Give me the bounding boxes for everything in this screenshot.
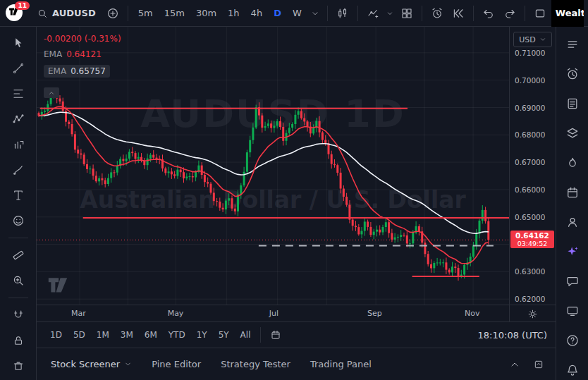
toolbar-separator [128, 6, 128, 21]
sidebar-calendar[interactable] [562, 183, 583, 202]
timeframe-5m[interactable]: 5m [133, 4, 158, 23]
currency-dropdown[interactable]: USD [513, 32, 552, 47]
time-axis[interactable]: MarMayJulSepNov [37, 305, 509, 322]
timeframe-1d-active[interactable]: D [269, 4, 286, 23]
sidebar-streams[interactable] [562, 302, 583, 320]
price-axis[interactable]: USD 0.620000.630000.640000.650000.660000… [509, 27, 556, 305]
range-separator [260, 327, 261, 343]
sidebar-ideas[interactable] [562, 213, 583, 231]
multichart-layout-button[interactable] [397, 4, 417, 23]
tool-remove-drawings[interactable] [6, 357, 30, 375]
legend-ema-slow-row[interactable]: EMA 0.65757 [44, 65, 121, 78]
toolbar-separator [8, 238, 28, 238]
axis-settings-corner[interactable] [509, 305, 556, 322]
tool-zoom[interactable] [6, 271, 30, 290]
go-to-date-button[interactable] [266, 326, 286, 343]
timeframe-30m[interactable]: 30m [191, 4, 221, 23]
open-panel-button[interactable] [505, 355, 525, 374]
sidebar-watchlist[interactable] [562, 35, 583, 54]
tool-fib-retracement[interactable] [6, 85, 30, 103]
magnet-icon [12, 309, 25, 321]
chevron-down-icon [539, 36, 546, 43]
sidebar-help[interactable] [562, 331, 583, 350]
news-icon [565, 97, 580, 111]
sidebar-notifications[interactable] [562, 361, 583, 379]
sidebar-object-tree[interactable] [562, 124, 583, 142]
range-1y[interactable]: 1Y [192, 328, 212, 342]
cursor-icon [12, 37, 25, 49]
sidebar-news[interactable] [562, 94, 583, 113]
layout-title[interactable]: Wealth [551, 0, 584, 27]
trading-app: 11 AUDUSD 5m 15m 30m 1h 4h D W [0, 0, 588, 380]
sidebar-ai-assistant[interactable] [562, 243, 583, 261]
go-to-date-calendar-icon [270, 329, 281, 341]
sidebar-alerts[interactable] [562, 65, 583, 83]
range-5d[interactable]: 5D [68, 328, 90, 342]
maximize-panel-button[interactable] [529, 355, 549, 374]
indicators-menu-button[interactable] [384, 4, 396, 23]
chat-bubble-icon [565, 274, 580, 288]
price-axis-label: 0.65000 [515, 213, 545, 221]
timeframe-1w[interactable]: W [288, 4, 307, 23]
tool-trend-line[interactable] [6, 59, 30, 78]
timeframe-15m[interactable]: 15m [159, 4, 190, 23]
time-axis-label: May [168, 309, 184, 318]
range-all[interactable]: All [235, 328, 256, 342]
tool-lock-drawings[interactable] [6, 331, 30, 350]
range-5y[interactable]: 5Y [214, 328, 234, 342]
range-1m[interactable]: 1M [92, 328, 114, 342]
timeframe-menu-button[interactable] [308, 4, 322, 23]
tradingview-logo[interactable]: 11 [4, 3, 27, 24]
ema-fast-value: 0.64121 [66, 49, 102, 59]
snapshot-button[interactable] [530, 4, 550, 23]
sidebar-chat[interactable] [562, 272, 583, 290]
monitor-icon [565, 304, 580, 318]
range-6m[interactable]: 6M [140, 328, 162, 342]
time-axis-label: Jul [269, 309, 278, 318]
help-circle-icon [565, 333, 580, 348]
tool-xabcd-pattern[interactable] [6, 110, 30, 128]
price-axis-label: 0.66000 [515, 185, 545, 194]
range-3m[interactable]: 3M [116, 328, 138, 342]
tool-measure-ruler[interactable] [6, 246, 30, 264]
range-1d[interactable]: 1D [45, 328, 67, 342]
utc-clock[interactable]: 18:10:08 (UTC) [478, 330, 547, 341]
timeframe-1h[interactable]: 1h [223, 4, 245, 23]
tool-magnet[interactable] [6, 306, 30, 324]
tool-brush[interactable] [6, 161, 30, 179]
legend-collapse-button[interactable] [44, 87, 59, 98]
lock-icon [12, 334, 25, 347]
sidebar-hotlists[interactable] [562, 154, 583, 172]
watchlist-icon [565, 37, 580, 51]
undo-button[interactable] [479, 4, 498, 23]
timeframe-4h[interactable]: 4h [246, 4, 268, 23]
symbol-search-button[interactable]: AUDUSD [31, 4, 102, 23]
legend-ema-fast-row[interactable]: EMA 0.64121 [44, 49, 121, 59]
compare-add-symbol-button[interactable] [103, 4, 123, 23]
bar-replay-button[interactable] [448, 4, 468, 23]
time-axis-label: Mar [71, 309, 86, 318]
drawing-toolbar [0, 27, 37, 380]
create-alert-button[interactable] [427, 4, 447, 23]
brush-icon [12, 164, 25, 176]
tool-emoji[interactable] [6, 212, 30, 230]
chart-pane[interactable]: AUDUSD 1D Australian Dollar / U.S. Dolla… [37, 27, 509, 305]
tab-trading-panel[interactable]: Trading Panel [300, 348, 381, 380]
chart-style-button[interactable] [333, 4, 353, 23]
tab-stock-screener[interactable]: Stock Screener [41, 348, 142, 380]
tab-pine-editor[interactable]: Pine Editor [142, 348, 211, 380]
chart-legend: -0.00200 (-0.31%) EMA 0.64121 EMA 0.6575… [44, 34, 121, 83]
chevron-up-icon [48, 90, 55, 97]
tool-prediction[interactable] [6, 135, 30, 154]
tool-text[interactable] [6, 186, 30, 204]
trash-icon [12, 360, 25, 372]
range-ytd[interactable]: YTD [164, 328, 190, 342]
indicators-button[interactable] [363, 4, 383, 23]
date-range-bar: 1D 5D 1M 3M 6M YTD 1Y 5Y All 18:10:08 (U… [37, 321, 556, 348]
redo-button[interactable] [500, 4, 520, 23]
tab-strategy-tester[interactable]: Strategy Tester [211, 348, 300, 380]
search-icon [37, 8, 48, 19]
price-axis-label: 0.69000 [515, 104, 545, 112]
trend-line-icon [12, 62, 25, 75]
tool-cursor[interactable] [6, 34, 30, 52]
